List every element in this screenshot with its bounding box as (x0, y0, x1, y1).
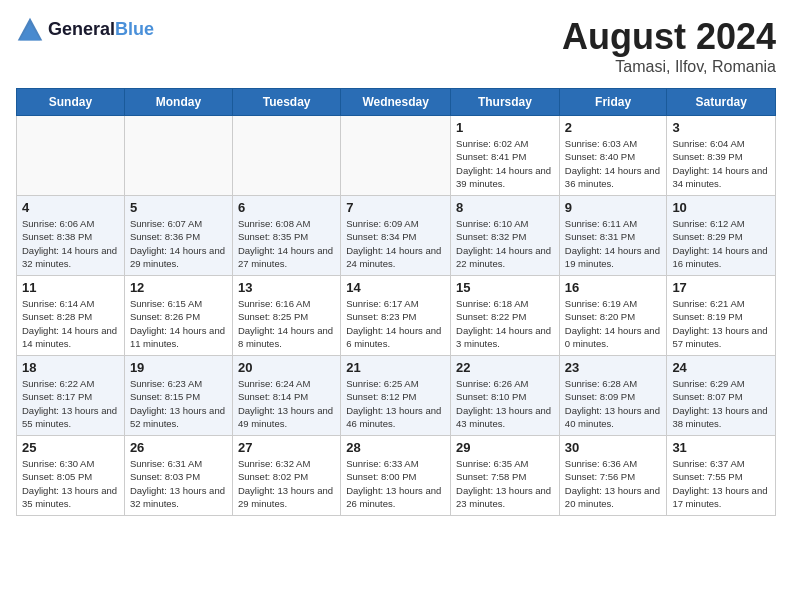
logo: GeneralBlue (16, 16, 154, 44)
calendar-cell (341, 116, 451, 196)
day-info: Sunrise: 6:18 AM Sunset: 8:22 PM Dayligh… (456, 297, 554, 350)
calendar-cell: 19Sunrise: 6:23 AM Sunset: 8:15 PM Dayli… (124, 356, 232, 436)
calendar-cell: 21Sunrise: 6:25 AM Sunset: 8:12 PM Dayli… (341, 356, 451, 436)
day-number: 14 (346, 280, 445, 295)
day-number: 24 (672, 360, 770, 375)
day-info: Sunrise: 6:33 AM Sunset: 8:00 PM Dayligh… (346, 457, 445, 510)
day-info: Sunrise: 6:03 AM Sunset: 8:40 PM Dayligh… (565, 137, 662, 190)
calendar-cell: 22Sunrise: 6:26 AM Sunset: 8:10 PM Dayli… (451, 356, 560, 436)
calendar-cell: 12Sunrise: 6:15 AM Sunset: 8:26 PM Dayli… (124, 276, 232, 356)
logo-icon (16, 16, 44, 44)
calendar-cell: 16Sunrise: 6:19 AM Sunset: 8:20 PM Dayli… (559, 276, 667, 356)
day-info: Sunrise: 6:07 AM Sunset: 8:36 PM Dayligh… (130, 217, 227, 270)
day-info: Sunrise: 6:17 AM Sunset: 8:23 PM Dayligh… (346, 297, 445, 350)
calendar-cell: 7Sunrise: 6:09 AM Sunset: 8:34 PM Daylig… (341, 196, 451, 276)
weekday-header-friday: Friday (559, 89, 667, 116)
day-info: Sunrise: 6:29 AM Sunset: 8:07 PM Dayligh… (672, 377, 770, 430)
title-block: August 2024 Tamasi, Ilfov, Romania (562, 16, 776, 76)
calendar-cell: 8Sunrise: 6:10 AM Sunset: 8:32 PM Daylig… (451, 196, 560, 276)
calendar-cell: 27Sunrise: 6:32 AM Sunset: 8:02 PM Dayli… (232, 436, 340, 516)
calendar-cell (232, 116, 340, 196)
calendar-cell: 5Sunrise: 6:07 AM Sunset: 8:36 PM Daylig… (124, 196, 232, 276)
day-number: 22 (456, 360, 554, 375)
day-info: Sunrise: 6:08 AM Sunset: 8:35 PM Dayligh… (238, 217, 335, 270)
day-info: Sunrise: 6:14 AM Sunset: 8:28 PM Dayligh… (22, 297, 119, 350)
calendar-cell: 18Sunrise: 6:22 AM Sunset: 8:17 PM Dayli… (17, 356, 125, 436)
weekday-header-monday: Monday (124, 89, 232, 116)
day-info: Sunrise: 6:36 AM Sunset: 7:56 PM Dayligh… (565, 457, 662, 510)
calendar-cell: 25Sunrise: 6:30 AM Sunset: 8:05 PM Dayli… (17, 436, 125, 516)
calendar-week-2: 4Sunrise: 6:06 AM Sunset: 8:38 PM Daylig… (17, 196, 776, 276)
day-number: 8 (456, 200, 554, 215)
day-number: 29 (456, 440, 554, 455)
calendar-cell: 29Sunrise: 6:35 AM Sunset: 7:58 PM Dayli… (451, 436, 560, 516)
calendar-cell: 13Sunrise: 6:16 AM Sunset: 8:25 PM Dayli… (232, 276, 340, 356)
day-number: 13 (238, 280, 335, 295)
calendar-week-1: 1Sunrise: 6:02 AM Sunset: 8:41 PM Daylig… (17, 116, 776, 196)
day-number: 27 (238, 440, 335, 455)
day-number: 17 (672, 280, 770, 295)
page-header: GeneralBlue August 2024 Tamasi, Ilfov, R… (16, 16, 776, 76)
weekday-header-thursday: Thursday (451, 89, 560, 116)
day-info: Sunrise: 6:09 AM Sunset: 8:34 PM Dayligh… (346, 217, 445, 270)
calendar-cell: 6Sunrise: 6:08 AM Sunset: 8:35 PM Daylig… (232, 196, 340, 276)
calendar-cell: 23Sunrise: 6:28 AM Sunset: 8:09 PM Dayli… (559, 356, 667, 436)
day-info: Sunrise: 6:30 AM Sunset: 8:05 PM Dayligh… (22, 457, 119, 510)
day-number: 12 (130, 280, 227, 295)
calendar-cell: 20Sunrise: 6:24 AM Sunset: 8:14 PM Dayli… (232, 356, 340, 436)
day-info: Sunrise: 6:28 AM Sunset: 8:09 PM Dayligh… (565, 377, 662, 430)
day-info: Sunrise: 6:35 AM Sunset: 7:58 PM Dayligh… (456, 457, 554, 510)
day-number: 21 (346, 360, 445, 375)
day-info: Sunrise: 6:15 AM Sunset: 8:26 PM Dayligh… (130, 297, 227, 350)
day-info: Sunrise: 6:06 AM Sunset: 8:38 PM Dayligh… (22, 217, 119, 270)
day-number: 18 (22, 360, 119, 375)
day-number: 2 (565, 120, 662, 135)
day-number: 26 (130, 440, 227, 455)
month-title: August 2024 (562, 16, 776, 58)
calendar-week-3: 11Sunrise: 6:14 AM Sunset: 8:28 PM Dayli… (17, 276, 776, 356)
day-number: 4 (22, 200, 119, 215)
day-number: 9 (565, 200, 662, 215)
day-info: Sunrise: 6:25 AM Sunset: 8:12 PM Dayligh… (346, 377, 445, 430)
calendar-cell (17, 116, 125, 196)
day-number: 25 (22, 440, 119, 455)
calendar-cell: 4Sunrise: 6:06 AM Sunset: 8:38 PM Daylig… (17, 196, 125, 276)
calendar-cell: 3Sunrise: 6:04 AM Sunset: 8:39 PM Daylig… (667, 116, 776, 196)
day-info: Sunrise: 6:24 AM Sunset: 8:14 PM Dayligh… (238, 377, 335, 430)
calendar-week-5: 25Sunrise: 6:30 AM Sunset: 8:05 PM Dayli… (17, 436, 776, 516)
day-number: 19 (130, 360, 227, 375)
day-info: Sunrise: 6:22 AM Sunset: 8:17 PM Dayligh… (22, 377, 119, 430)
calendar-cell: 17Sunrise: 6:21 AM Sunset: 8:19 PM Dayli… (667, 276, 776, 356)
calendar-cell (124, 116, 232, 196)
day-info: Sunrise: 6:31 AM Sunset: 8:03 PM Dayligh… (130, 457, 227, 510)
day-number: 6 (238, 200, 335, 215)
day-number: 1 (456, 120, 554, 135)
day-info: Sunrise: 6:37 AM Sunset: 7:55 PM Dayligh… (672, 457, 770, 510)
calendar-cell: 28Sunrise: 6:33 AM Sunset: 8:00 PM Dayli… (341, 436, 451, 516)
calendar-table: SundayMondayTuesdayWednesdayThursdayFrid… (16, 88, 776, 516)
day-info: Sunrise: 6:10 AM Sunset: 8:32 PM Dayligh… (456, 217, 554, 270)
day-number: 30 (565, 440, 662, 455)
logo-text: GeneralBlue (48, 20, 154, 40)
weekday-header-tuesday: Tuesday (232, 89, 340, 116)
day-number: 15 (456, 280, 554, 295)
day-info: Sunrise: 6:26 AM Sunset: 8:10 PM Dayligh… (456, 377, 554, 430)
calendar-cell: 2Sunrise: 6:03 AM Sunset: 8:40 PM Daylig… (559, 116, 667, 196)
calendar-cell: 24Sunrise: 6:29 AM Sunset: 8:07 PM Dayli… (667, 356, 776, 436)
calendar-cell: 15Sunrise: 6:18 AM Sunset: 8:22 PM Dayli… (451, 276, 560, 356)
calendar-cell: 9Sunrise: 6:11 AM Sunset: 8:31 PM Daylig… (559, 196, 667, 276)
day-info: Sunrise: 6:32 AM Sunset: 8:02 PM Dayligh… (238, 457, 335, 510)
calendar-cell: 30Sunrise: 6:36 AM Sunset: 7:56 PM Dayli… (559, 436, 667, 516)
day-info: Sunrise: 6:11 AM Sunset: 8:31 PM Dayligh… (565, 217, 662, 270)
day-info: Sunrise: 6:04 AM Sunset: 8:39 PM Dayligh… (672, 137, 770, 190)
weekday-row: SundayMondayTuesdayWednesdayThursdayFrid… (17, 89, 776, 116)
day-info: Sunrise: 6:19 AM Sunset: 8:20 PM Dayligh… (565, 297, 662, 350)
calendar-cell: 31Sunrise: 6:37 AM Sunset: 7:55 PM Dayli… (667, 436, 776, 516)
day-number: 31 (672, 440, 770, 455)
weekday-header-saturday: Saturday (667, 89, 776, 116)
calendar-header: SundayMondayTuesdayWednesdayThursdayFrid… (17, 89, 776, 116)
calendar-cell: 10Sunrise: 6:12 AM Sunset: 8:29 PM Dayli… (667, 196, 776, 276)
day-number: 20 (238, 360, 335, 375)
calendar-cell: 11Sunrise: 6:14 AM Sunset: 8:28 PM Dayli… (17, 276, 125, 356)
day-number: 7 (346, 200, 445, 215)
